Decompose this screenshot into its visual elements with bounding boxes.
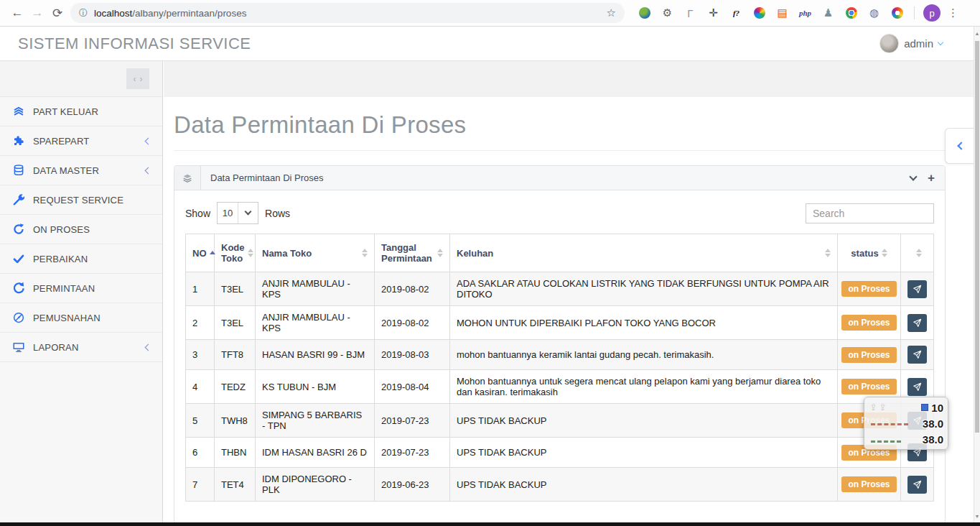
overlay-value-2: 38.0 — [923, 417, 943, 430]
table-row: 2 T3EL ANJIR MAMBULAU - KPS 2019-08-02 M… — [186, 306, 933, 340]
opera-icon[interactable]: ◍ — [864, 6, 884, 20]
send-button[interactable] — [907, 346, 927, 364]
app-header: SISTEM INFORMASI SERVICE admin — [0, 27, 980, 61]
content-top-band — [164, 61, 980, 97]
column-label: Kode Toko — [221, 242, 245, 264]
column-header-no[interactable]: NO — [186, 234, 215, 272]
reload-icon[interactable]: ⟳ — [47, 6, 67, 21]
bookmark-star-icon[interactable]: ☆ — [607, 6, 616, 19]
scrollbar-thumb[interactable] — [975, 41, 979, 433]
site-info-icon[interactable]: ⓘ — [79, 7, 88, 19]
sidebar-item-request-service[interactable]: REQUEST SERVICE — [0, 185, 162, 215]
gear-icon[interactable]: ⚙ — [658, 6, 677, 20]
panel-add-icon[interactable]: + — [928, 172, 935, 184]
performance-overlay: ⇪⇪ 10 38.0 38.0 — [864, 397, 948, 450]
chrome-icon[interactable] — [841, 6, 861, 20]
cell-status: on Proses — [838, 340, 901, 369]
chevron-left-icon — [957, 142, 965, 149]
php-icon[interactable]: php — [795, 6, 815, 20]
ruler-corner-icon[interactable]: Γ — [681, 6, 700, 20]
cell-tanggal-permintaan: 2019-06-23 — [375, 468, 450, 501]
sidebar-collapse-button[interactable]: ‹› — [126, 68, 149, 89]
paper-plane-icon — [913, 350, 922, 359]
sidebar-item-label: PERMINTAAN — [33, 283, 95, 294]
camera-ring-icon[interactable] — [887, 6, 907, 20]
sort-arrows-icon — [362, 249, 368, 257]
select-caret-icon — [238, 203, 258, 223]
panel-header: Data Permintaan Di Proses + — [174, 166, 945, 190]
cell-no: 1 — [186, 272, 215, 305]
send-button[interactable] — [907, 476, 927, 494]
browser-profile-avatar[interactable]: p — [923, 4, 941, 22]
users-icon[interactable]: ♟ — [818, 6, 838, 20]
chevron-down-icon — [938, 40, 943, 45]
address-bar[interactable]: ⓘ localhost/albany/permintaan/proses ☆ — [70, 3, 625, 23]
table-header-row: NOKode TokoNama TokoTanggal PermintaanKe… — [186, 234, 933, 272]
paper-plane-icon — [913, 285, 922, 294]
sidebar-item-laporan[interactable]: LAPORAN — [0, 333, 162, 362]
send-button[interactable] — [907, 314, 927, 332]
column-header-status[interactable]: status — [838, 234, 901, 272]
browser-menu-icon[interactable]: ⋮ — [948, 6, 958, 19]
cell-tanggal-permintaan: 2019-08-03 — [375, 340, 450, 369]
panel-body: Show 10 Rows NOKode TokoNama TokoTanggal… — [174, 190, 945, 522]
column-header-keluhan[interactable]: Keluhan — [450, 234, 838, 272]
cell-nama-toko: IDM DIPONEGORO - PLK — [256, 468, 375, 501]
sidebar-item-label: DATA MASTER — [33, 165, 99, 176]
sidebar-items: PART KELUAR SPAREPART DATA MASTER REQUES… — [0, 97, 162, 362]
downloader-globe-icon[interactable] — [635, 6, 654, 20]
cell-no: 4 — [186, 370, 215, 403]
column-header-tanggal-permintaan[interactable]: Tanggal Permintaan — [375, 234, 450, 272]
sidebar-item-on-proses[interactable]: ON PROSES — [0, 215, 162, 244]
page-size-value: 10 — [218, 203, 238, 223]
cell-kode-toko: TEDZ — [215, 370, 256, 403]
cell-nama-toko: HASAN BASRI 99 - BJM — [256, 340, 375, 369]
font-finder-icon[interactable]: f? — [727, 6, 746, 20]
cell-kode-toko: TET4 — [215, 468, 256, 501]
user-menu[interactable]: admin — [879, 34, 943, 53]
scrollbar-down-icon[interactable]: ▼ — [974, 511, 980, 521]
cell-keluhan: ADA SAKLAR ATAU COLOKAN LISTRIK YANG TID… — [450, 272, 838, 305]
sidebar-item-label: ON PROSES — [33, 224, 90, 235]
forward-icon: → — [27, 6, 47, 20]
cell-nama-toko: IDM HASAN BASRI 26 D — [256, 438, 375, 467]
status-badge: on Proses — [841, 476, 896, 492]
scrollbar-up-icon[interactable]: ▲ — [974, 28, 980, 38]
send-button[interactable] — [907, 280, 927, 298]
panel-collapse-icon[interactable] — [909, 172, 917, 180]
column-header-nama-toko[interactable]: Nama Toko — [256, 234, 375, 272]
notes-icon[interactable]: ▤ — [773, 6, 792, 20]
sort-arrows-icon — [248, 249, 253, 257]
app-title: SISTEM INFORMASI SERVICE — [18, 34, 251, 53]
cell-kode-toko: THBN — [215, 438, 256, 467]
cell-kode-toko: TFT8 — [215, 340, 256, 369]
settings-edge-tab[interactable] — [945, 128, 974, 164]
sidebar-item-data-master[interactable]: DATA MASTER — [0, 156, 162, 185]
status-badge: on Proses — [841, 379, 896, 394]
cell-kode-toko: TWH8 — [215, 404, 256, 437]
data-table: NOKode TokoNama TokoTanggal PermintaanKe… — [185, 234, 934, 502]
sidebar-item-permintaan[interactable]: PERMINTAAN — [0, 274, 162, 303]
vertical-scrollbar[interactable]: ▲ ▼ — [974, 27, 980, 522]
cell-keluhan: UPS TIDAK BACKUP — [450, 438, 838, 467]
back-icon[interactable]: ← — [7, 6, 27, 20]
send-button[interactable] — [907, 378, 927, 396]
url-text: localhost/albany/permintaan/proses — [94, 8, 246, 19]
page-size-select[interactable]: 10 — [217, 202, 258, 224]
cell-no: 7 — [186, 468, 215, 501]
sidebar: ‹› PART KELUAR SPAREPART DATA MASTER REQ… — [0, 61, 163, 522]
sidebar-item-pemusnahan[interactable]: PEMUSNAHAN — [0, 303, 162, 333]
avatar[interactable] — [879, 34, 899, 53]
column-label: Tanggal Permintaan — [381, 242, 434, 264]
column-header-kode-toko[interactable]: Kode Toko — [215, 234, 256, 272]
move-crosshair-icon[interactable]: ✛ — [704, 6, 723, 20]
panel-title: Data Permintaan Di Proses — [210, 172, 324, 183]
sidebar-item-part-keluar[interactable]: PART KELUAR — [0, 97, 162, 126]
cell-keluhan: mohon bantuannya keramik lantai gudang p… — [450, 340, 838, 369]
column-header-actions[interactable] — [901, 234, 933, 272]
sidebar-item-sparepart[interactable]: SPAREPART — [0, 126, 162, 156]
color-wheel-icon[interactable] — [750, 6, 769, 20]
sidebar-item-perbaikan[interactable]: PERBAIKAN — [0, 244, 162, 274]
rows-label: Rows — [265, 208, 290, 219]
search-input[interactable] — [806, 203, 934, 223]
